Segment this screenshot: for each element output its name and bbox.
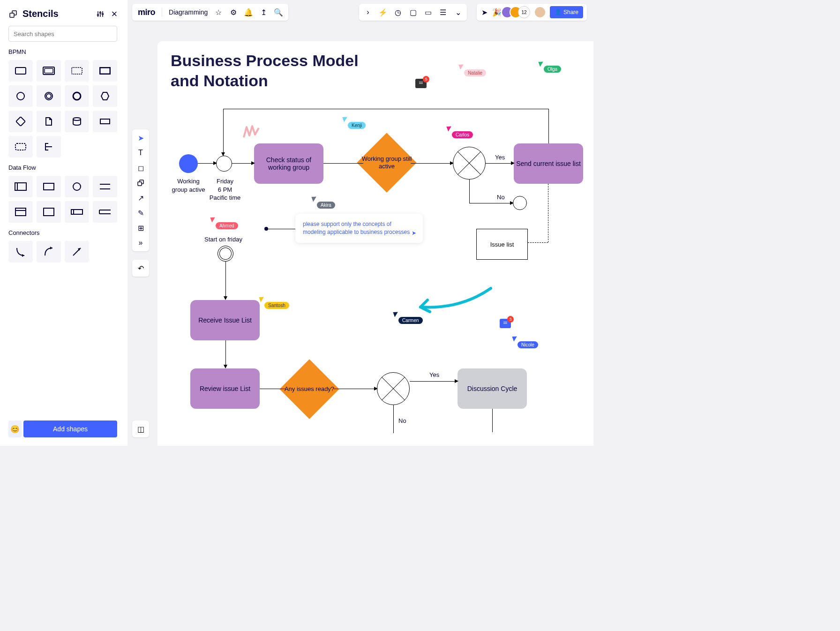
slides-icon[interactable]: ▭	[424, 8, 432, 16]
svg-point-19	[73, 118, 81, 120]
task-check-status[interactable]: Check status of working group	[254, 143, 323, 184]
cursor-icon[interactable]: ➤	[480, 8, 489, 16]
comment-icon[interactable]: 3	[500, 319, 511, 328]
svg-rect-23	[15, 183, 17, 190]
reactions-icon[interactable]: 🎉	[493, 8, 501, 16]
emoji-button[interactable]: 😊	[8, 421, 22, 437]
settings-icon[interactable]	[96, 9, 105, 19]
sticky-tool[interactable]: ◻	[136, 163, 145, 173]
section-connectors: Connectors	[8, 229, 119, 236]
search-input[interactable]	[8, 26, 117, 42]
comment-bubble[interactable]: please support only the concepts of mode…	[295, 214, 423, 243]
edge	[225, 340, 226, 368]
gateway-1[interactable]	[453, 147, 486, 180]
shape-data-object[interactable]	[37, 111, 61, 132]
shape-tool[interactable]	[136, 178, 145, 188]
canvas[interactable]: Business Process Model and Notation 5 Wo…	[158, 41, 593, 446]
issue-list-doc[interactable]: Issue list	[476, 229, 528, 260]
friday-event[interactable]	[218, 246, 233, 262]
notes-icon[interactable]: ☰	[439, 8, 447, 16]
no-event[interactable]	[513, 196, 527, 210]
shape-end-event[interactable]	[65, 85, 89, 107]
gateway-2[interactable]	[377, 372, 410, 405]
shape-df8[interactable]	[93, 201, 117, 223]
decision-issues[interactable]: Any issues ready?	[279, 359, 339, 419]
svg-point-15	[46, 94, 51, 98]
shape-start-event[interactable]	[8, 85, 33, 107]
shape-event-sub[interactable]	[65, 60, 89, 82]
panel-toggle[interactable]: ◫	[132, 421, 149, 437]
svg-point-16	[73, 92, 81, 100]
chevron-right-icon[interactable]: ›	[364, 8, 372, 16]
cursor-akira: Akira	[317, 202, 335, 209]
more-tools[interactable]: »	[136, 238, 145, 248]
decision-active[interactable]: Working group still active	[357, 133, 417, 193]
conn-elbow[interactable]	[8, 241, 33, 263]
shape-inter-event[interactable]	[37, 85, 61, 107]
text-tool[interactable]: T	[136, 148, 145, 158]
shape-gateway[interactable]	[8, 111, 33, 132]
cursor-icon	[311, 195, 317, 202]
board-name[interactable]: Diagramming	[169, 8, 208, 16]
share-button[interactable]: 👤 Share	[550, 6, 583, 18]
shape-df1[interactable]	[8, 176, 33, 197]
close-icon[interactable]: ×	[110, 9, 119, 19]
share-label: Share	[563, 9, 578, 15]
timer-icon[interactable]: ◷	[394, 8, 402, 16]
dataflow-shapes	[8, 176, 119, 223]
conn-curve[interactable]	[37, 241, 61, 263]
shape-df6[interactable]	[37, 201, 61, 223]
add-shapes-button[interactable]: Add shapes	[23, 421, 117, 437]
shape-group[interactable]	[8, 136, 33, 158]
shape-text-annot[interactable]	[93, 111, 117, 132]
task-label: Send current issue list	[516, 160, 581, 167]
search-icon[interactable]: 🔍	[274, 8, 283, 16]
comment-icon[interactable]: 5	[415, 79, 427, 88]
start-friday-label: Start on friday	[204, 235, 242, 244]
avatar-self[interactable]	[534, 6, 546, 18]
decision-label: Working group still active	[357, 155, 417, 170]
select-tool[interactable]: ➤	[136, 133, 145, 143]
pen-tool[interactable]: ✎	[136, 208, 145, 218]
task-receive[interactable]: Receive Issue List	[190, 300, 260, 340]
present-icon[interactable]: ▢	[409, 8, 417, 16]
edge	[225, 262, 226, 299]
bell-icon[interactable]: 🔔	[244, 8, 253, 16]
shape-gateway-hex[interactable]	[93, 85, 117, 107]
undo-button[interactable]: ↶	[132, 260, 149, 277]
timer-event[interactable]	[216, 156, 232, 172]
shape-df4[interactable]	[93, 176, 117, 197]
start-event[interactable]	[179, 154, 198, 173]
stencils-icon	[8, 9, 18, 19]
more-icon[interactable]: ⌄	[454, 8, 462, 16]
emoji-icon[interactable]: ☺	[398, 228, 404, 237]
bolt-icon[interactable]: ⚡	[379, 8, 387, 16]
task-review[interactable]: Review issue List	[190, 368, 260, 409]
export-icon[interactable]: ↥	[259, 8, 268, 16]
shape-task[interactable]	[8, 60, 33, 82]
shape-annot[interactable]	[37, 136, 61, 158]
cursor-carmen: Carmen	[398, 317, 423, 324]
timer-label: Friday 6 PM Pacific time	[206, 177, 244, 202]
gear-icon[interactable]: ⚙	[229, 8, 238, 16]
shape-df5[interactable]	[8, 201, 33, 223]
task-discussion[interactable]: Discussion Cycle	[458, 368, 527, 409]
section-dataflow: Data Flow	[8, 164, 119, 171]
shape-df2[interactable]	[37, 176, 61, 197]
conn-line[interactable]	[65, 241, 89, 263]
task-send-issue[interactable]: Send current issue list	[514, 143, 583, 184]
star-icon[interactable]: ☆	[214, 8, 223, 16]
shape-df7[interactable]	[65, 201, 89, 223]
shape-call[interactable]	[93, 60, 117, 82]
miro-logo[interactable]: miro	[138, 8, 155, 17]
send-icon[interactable]: ➤	[412, 229, 416, 237]
shape-datastore[interactable]	[65, 111, 89, 132]
shape-transaction[interactable]	[37, 60, 61, 82]
shape-df3[interactable]	[65, 176, 89, 197]
avatar-stack[interactable]: 12	[505, 6, 530, 18]
arrow-tool[interactable]: ↗	[136, 193, 145, 203]
svg-rect-11	[72, 68, 82, 74]
arrow-icon	[213, 161, 217, 165]
frame-tool[interactable]: ⊞	[136, 223, 145, 233]
avatar-count[interactable]: 12	[518, 6, 530, 18]
